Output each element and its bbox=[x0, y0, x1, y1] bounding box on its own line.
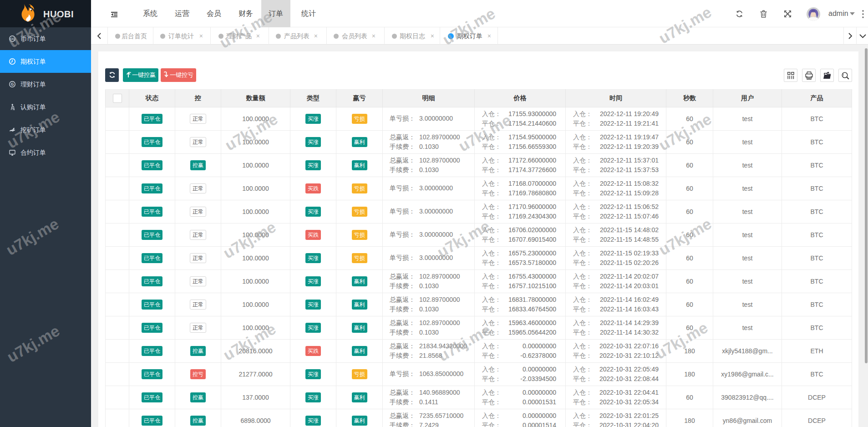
svg-text:CC: CC bbox=[10, 37, 15, 41]
svg-text:G: G bbox=[11, 82, 14, 86]
